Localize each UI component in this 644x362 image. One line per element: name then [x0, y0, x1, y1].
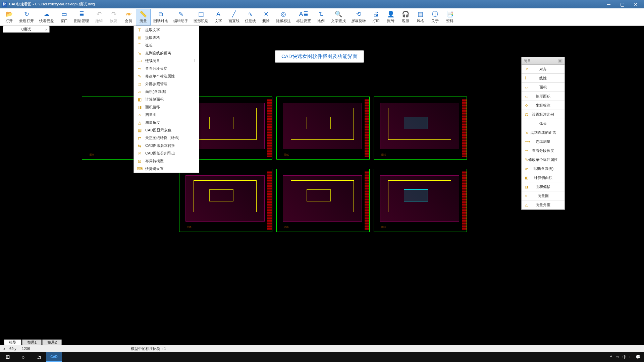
menu-item[interactable]: ⇆CAD图纸版本转换 [134, 142, 199, 149]
layout-tab[interactable]: 布局2 [42, 340, 62, 346]
compare-icon: ⧉ [157, 10, 164, 18]
menu-item[interactable]: ⤳查看分段长度 [134, 65, 199, 72]
panel-item[interactable]: ⌒弧长 [522, 119, 565, 128]
menu-item[interactable]: ⊞提取表格 [134, 34, 199, 42]
tool-print[interactable]: 🖨打印 [369, 9, 383, 25]
panel-item-icon: △ [525, 203, 528, 207]
menu-item[interactable]: T提取文字 [134, 26, 199, 34]
drawing-thumb[interactable]: 图纸 [179, 169, 272, 232]
tray-icon[interactable]: 💬 [636, 355, 641, 359]
menu-item[interactable]: ⊡布局转模型 [134, 157, 199, 165]
tool-about[interactable]: ⓘ关于 [428, 9, 442, 25]
tool-line[interactable]: ╱画直线 [226, 9, 242, 25]
start-button[interactable]: ⊞ [0, 352, 15, 362]
tool-freeline[interactable]: ∿任意线 [242, 9, 259, 25]
tool-hide-dim[interactable]: ◎隐藏标注 [273, 9, 293, 25]
menu-item[interactable]: ○测量圆 [134, 111, 199, 119]
menu-item-label: 天正图纸转换（转t3） [145, 135, 196, 140]
menu-item[interactable]: ⌒弧长 [134, 42, 199, 49]
explorer-button[interactable]: 🗂 [31, 352, 46, 362]
panel-item[interactable]: ◨面积偏移 [522, 182, 565, 191]
close-button[interactable]: ✕ [629, 0, 642, 8]
panel-item[interactable]: △测量角度 [522, 200, 565, 209]
menu-item[interactable]: ↘点到直线的距离 [134, 49, 199, 57]
menu-item-label: 外部参照管理 [145, 81, 196, 86]
panel-item[interactable]: ○测量圆 [522, 191, 565, 200]
panel-item[interactable]: ⚖设置标注比例 [522, 110, 565, 119]
menu-item[interactable]: ▱面积(含弧线) [134, 88, 199, 96]
panel-item[interactable]: ▱面积(含弧线) [522, 164, 565, 173]
drawing-thumb[interactable]: 图纸 [276, 97, 370, 160]
panel-item[interactable]: ⤳查看分段长度 [522, 146, 565, 155]
drawing-thumb[interactable]: 图纸 [374, 169, 467, 232]
menu-item[interactable]: ⎘CAD图纸分割导出 [134, 149, 199, 157]
tray-icon[interactable]: 中 [623, 354, 627, 360]
menu-item-label: CAD图显示灰色 [145, 128, 196, 133]
drawing-thumb[interactable]: 图纸 [374, 97, 467, 160]
tool-dim-settings[interactable]: A≣标注设置 [293, 9, 314, 25]
layout-tab[interactable]: 模型 [4, 340, 21, 346]
panel-item[interactable]: ▭矩形面积 [522, 92, 565, 101]
menu-item-label: 面积偏移 [145, 105, 196, 110]
drawing-thumb[interactable]: 图纸 [276, 169, 370, 232]
tray-icon[interactable]: □ [630, 355, 632, 359]
tool-account[interactable]: 👤账号 [383, 9, 398, 25]
tool-find-text[interactable]: 🔍文字查找 [328, 9, 348, 25]
panel-item[interactable]: ▱面积 [522, 83, 565, 92]
tool-cloud[interactable]: ☁快看云盘 [37, 9, 57, 25]
menu-item-icon: ⤳ [137, 66, 143, 72]
thumb-content [380, 103, 459, 149]
tab-close-icon[interactable]: × [45, 27, 47, 32]
menu-item[interactable]: ⇄天正图纸转换（转t3） [134, 134, 199, 142]
maximize-button[interactable]: ▢ [615, 0, 629, 8]
menu-item[interactable]: ⌨快捷键设置 [134, 165, 199, 173]
menu-item-label: 测量角度 [145, 120, 196, 125]
tray-icon[interactable]: ^ [610, 355, 612, 359]
tool-text[interactable]: A文字 [211, 9, 226, 25]
tool-window[interactable]: ▭窗口 [57, 9, 71, 25]
menu-item-icon: ↘ [137, 50, 143, 56]
menu-item-label: 点到直线的距离 [145, 51, 196, 56]
menu-item[interactable]: ✎修改单个标注属性 [134, 72, 199, 80]
menu-item[interactable]: ⟿连续测量L [134, 57, 199, 65]
minimize-button[interactable]: ─ [602, 0, 615, 8]
tool-screen-rotate[interactable]: ⟲屏幕旋转 [348, 9, 369, 25]
tool-resources[interactable]: 📑资料 [442, 9, 457, 25]
cad-app-button[interactable]: CAD [46, 352, 62, 362]
file-tab[interactable]: 0测试 × [3, 26, 50, 33]
panel-item[interactable]: ↘点到直线的距离 [522, 128, 565, 137]
tool-support[interactable]: 🎧客服 [398, 9, 413, 25]
layout-tab[interactable]: 布局1 [22, 340, 42, 346]
tool-vip[interactable]: VIP会员 [121, 9, 136, 25]
panel-item[interactable]: ◧计算侧面积 [522, 173, 565, 182]
panel-item-label: 面积偏移 [536, 184, 550, 189]
panel-item[interactable]: ✎修改单个标注属性 [522, 155, 565, 164]
tool-layers[interactable]: ≣图层管理 [71, 9, 92, 25]
tool-scale[interactable]: ⇅比例 [314, 9, 328, 25]
panel-item-icon: ↘ [525, 130, 528, 135]
menu-item[interactable]: ▦CAD图显示灰色 [134, 126, 199, 134]
menu-item[interactable]: ◨面积偏移 [134, 103, 199, 111]
tool-recent[interactable]: ↻最近打开 [16, 9, 37, 25]
tool-undo[interactable]: ↶撤销 [92, 9, 106, 25]
panel-item[interactable]: ⟿连续测量 [522, 137, 565, 146]
cortana-button[interactable]: ○ [15, 352, 31, 362]
panel-item[interactable]: ↗对齐 [522, 65, 565, 74]
tool-measure[interactable]: 📏测量 [136, 9, 151, 25]
tool-compare[interactable]: ⧉图纸对比 [151, 9, 171, 25]
menu-item[interactable]: 🗂外部参照管理 [134, 80, 199, 88]
tool-delete[interactable]: ✕删除 [259, 9, 273, 25]
menu-item[interactable]: △测量角度 [134, 119, 199, 126]
menu-item[interactable]: ◧计算侧面积 [134, 96, 199, 103]
tool-redo[interactable]: ↷恢复 [106, 9, 121, 25]
tray-icon[interactable]: ▭ [615, 355, 619, 359]
tool-style[interactable]: ▤风格 [413, 9, 428, 25]
line-icon: ╱ [230, 10, 238, 18]
tool-edit-helper[interactable]: ✎编辑助手 [171, 9, 191, 25]
undo-label: 撤销 [95, 18, 103, 23]
tool-open[interactable]: 📂打开 [2, 9, 16, 25]
panel-close-icon[interactable]: × [558, 59, 562, 63]
panel-item[interactable]: ⊢线性 [522, 74, 565, 83]
panel-item[interactable]: ⊹坐标标注 [522, 101, 565, 110]
tool-shape-recog[interactable]: ◫图形识别 [191, 9, 211, 25]
